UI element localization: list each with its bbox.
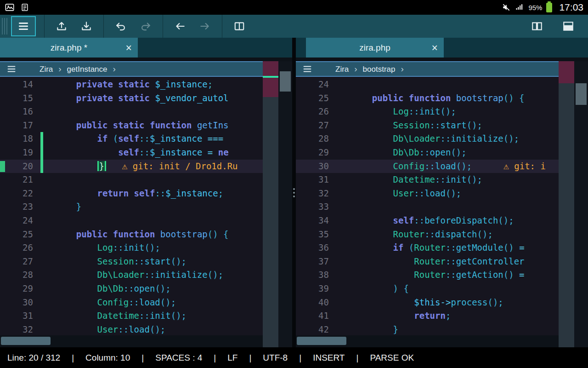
code-line[interactable]: 33 [296,200,559,214]
code-text: Router::dispatch(); [351,228,559,242]
change-tick-marker [263,76,278,78]
code-line[interactable]: 37 Router::getController [296,255,559,269]
code-line[interactable]: 16 [0,105,263,119]
horizontal-scrollbar[interactable] [0,335,263,347]
code-line[interactable]: 32 User::load(); [296,187,559,201]
breadcrumb-item[interactable]: Zira [40,65,53,74]
tab-zira-php[interactable]: zira.php * × [0,38,138,58]
vertical-scrollbar[interactable] [278,61,292,347]
tab-zira-php[interactable]: zira.php × [306,38,444,58]
upload-button[interactable] [49,16,74,36]
code-line[interactable]: 21 [0,173,263,187]
code-line[interactable]: 23 } [0,200,263,214]
code-line[interactable]: 31 Datetime::init(); [296,173,559,187]
change-bar-empty [336,78,339,92]
horizontal-scrollbar[interactable] [296,335,559,347]
breadcrumb-menu-button[interactable] [6,64,17,74]
arrow-left-icon [174,20,186,32]
code-line[interactable]: 28 Db\Loader::initialize(); [296,132,559,146]
undo-button[interactable] [108,16,133,36]
code-line[interactable]: 18 if (self::$_instance === [0,132,263,146]
code-line[interactable]: 38 Router::getAction() = [296,268,559,282]
menu-button[interactable] [11,16,36,36]
line-number: 40 [296,296,336,310]
code-line[interactable]: 27 Session::start(); [296,119,559,132]
code-line[interactable]: 14 private static $_instance; [0,78,263,92]
code-line[interactable]: 35 Router::dispatch(); [296,228,559,242]
status-bar-right: 95% 17:03 [502,2,583,13]
line-number: 21 [0,173,40,187]
code-line[interactable]: 41 return; [296,309,559,323]
scroll-marker-strip [559,61,574,347]
change-bar-empty [40,241,43,255]
code-line[interactable]: 26 Log::init(); [296,105,559,119]
code-line[interactable]: 25 public function bootstrap() { [296,92,559,105]
footer-separator: | [141,353,144,363]
navigate-forward-button[interactable] [192,16,217,36]
code-line[interactable]: 32 User::load(); [0,323,263,335]
line-number: 25 [296,92,336,105]
pane-divider[interactable] [292,38,296,347]
divider-handle-icon[interactable] [293,188,295,197]
breadcrumb-item[interactable]: Zira [335,65,349,74]
code-line[interactable]: 26 Log::init(); [0,241,263,255]
code-line[interactable]: 20 } ⚠ git: init / Dro1d.Ru [0,160,263,173]
change-bar-empty [336,268,339,282]
code-line[interactable]: 27 Session::start(); [0,255,263,269]
save-icon [80,20,92,32]
code-line[interactable]: 24 [296,78,559,92]
close-icon[interactable]: × [126,42,132,53]
close-icon[interactable]: × [432,42,438,53]
code-line[interactable]: 25 public function bootstrap() { [0,228,263,242]
code-line[interactable]: 24 [0,214,263,228]
code-line[interactable]: 31 Datetime::init(); [0,309,263,323]
tab-gap [0,58,292,61]
code-text: return self::$_instance; [55,187,263,201]
split-horizontal-button[interactable] [556,16,581,36]
toolbar-right-group [525,16,586,36]
save-button[interactable] [74,16,99,36]
footer-separator: | [356,353,358,363]
code-line[interactable]: 39 ) { [296,282,559,296]
line-number: 35 [296,228,336,242]
horizontal-scrollbar-thumb[interactable] [297,337,346,345]
code-line[interactable]: 36 if (Router::getModule() = [296,241,559,255]
breadcrumb-item[interactable]: getInstance [67,65,107,74]
footer-separator: | [214,353,216,363]
vertical-scrollbar-thumb[interactable] [280,71,291,92]
code-text: private static $_instance; [55,78,263,92]
code-text: if (self::$_instance === [55,132,263,146]
split-vertical-button[interactable] [525,16,549,36]
code-line[interactable]: 19 self::$_instance = ne [0,146,263,160]
footer-separator: | [299,353,301,363]
gutter-change-mark [0,161,5,172]
code-line[interactable]: 40 $this->process(); [296,296,559,310]
code-line[interactable]: 34 self::beforeDispatch(); [296,214,559,228]
code-line[interactable]: 15 private static $_vendor_autol [0,92,263,105]
code-editor[interactable]: 2425 public function bootstrap() {26 Log… [296,77,559,335]
navigate-back-button[interactable] [168,16,192,36]
vertical-scrollbar[interactable] [574,61,588,347]
code-line[interactable]: 30 Config::load(); ⚠ git: i [296,160,559,173]
breadcrumb-item[interactable]: bootstrap [363,65,396,74]
code-line[interactable]: 29 Db\Db::open(); [296,146,559,160]
horizontal-scrollbar-thumb[interactable] [1,337,51,345]
split-view-button[interactable] [227,16,252,36]
tab-bar: zira.php × [296,38,588,58]
code-line[interactable]: 29 Db\Db::open(); [0,282,263,296]
code-line[interactable]: 28 Db\Loader::initialize(); [0,268,263,282]
code-editor[interactable]: 14 private static $_instance;15 private … [0,77,263,335]
change-bar-empty [336,187,339,201]
code-text: Db\Db::open(); [55,282,263,296]
code-line[interactable]: 30 Config::load(); [0,296,263,310]
code-line[interactable]: 22 return self::$_instance; [0,187,263,201]
breadcrumb-menu-button[interactable] [302,64,312,74]
code-line[interactable]: 17 public static function getIns [0,119,263,132]
redo-button[interactable] [133,16,158,36]
vertical-scrollbar-thumb[interactable] [576,83,587,105]
line-number: 24 [0,214,40,228]
line-number: 24 [296,78,336,92]
code-line[interactable]: 42 } [296,323,559,335]
line-number: 34 [296,214,336,228]
code-text: Db\Db::open(); [351,146,559,160]
